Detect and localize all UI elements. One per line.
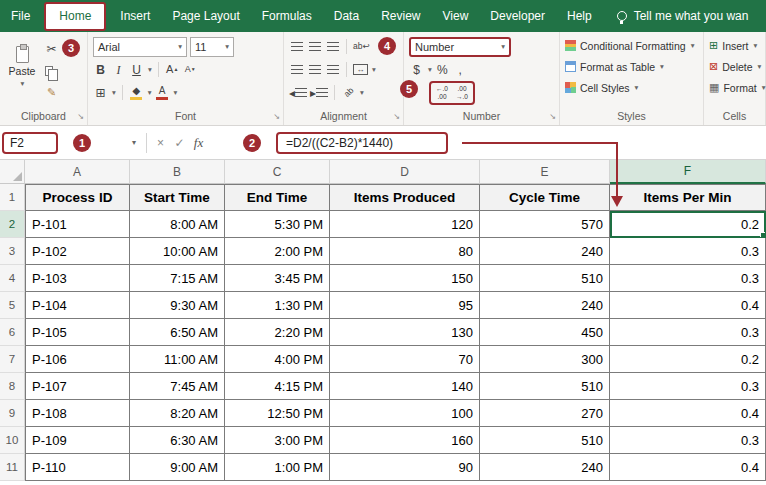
column-header-D[interactable]: D: [330, 160, 480, 184]
name-box-dropdown-icon[interactable]: ▾: [132, 138, 136, 147]
cell-E8[interactable]: 510: [480, 373, 610, 400]
cell-E7[interactable]: 300: [480, 346, 610, 373]
cell-A5[interactable]: P-104: [25, 292, 130, 319]
cell-B10[interactable]: 6:30 AM: [130, 427, 225, 454]
number-format-select[interactable]: Number ▾: [409, 37, 511, 57]
cell-D7[interactable]: 70: [330, 346, 480, 373]
align-right-icon[interactable]: [325, 60, 340, 79]
tab-home[interactable]: Home: [44, 2, 106, 31]
cell-A10[interactable]: P-109: [25, 427, 130, 454]
cell-D6[interactable]: 130: [330, 319, 480, 346]
font-name-select[interactable]: Arial ▾: [93, 37, 187, 57]
wrap-text-icon[interactable]: ab↩: [353, 37, 370, 56]
row-header-5[interactable]: 5: [0, 292, 25, 319]
row-header-7[interactable]: 7: [0, 346, 25, 373]
cell-D2[interactable]: 120: [330, 211, 480, 238]
decrease-indent-icon[interactable]: ◂: [289, 83, 307, 102]
cell-B9[interactable]: 8:20 AM: [130, 400, 225, 427]
cell-F1[interactable]: Items Per Min: [610, 184, 766, 211]
cell-F2[interactable]: 0.2: [610, 211, 766, 238]
insert-function-icon[interactable]: fx: [189, 135, 208, 151]
cell-C11[interactable]: 1:00 PM: [225, 454, 330, 481]
cell-F9[interactable]: 0.4: [610, 400, 766, 427]
dialog-launcher-icon[interactable]: ↘: [273, 113, 280, 121]
font-color-icon[interactable]: A: [155, 83, 170, 102]
fill-color-icon[interactable]: ◆: [129, 83, 144, 102]
column-header-E[interactable]: E: [480, 160, 610, 184]
cell-D9[interactable]: 100: [330, 400, 480, 427]
cell-A8[interactable]: P-107: [25, 373, 130, 400]
column-header-F[interactable]: F: [610, 160, 766, 184]
tab-formulas[interactable]: Formulas: [251, 0, 323, 32]
cell-C9[interactable]: 12:50 PM: [225, 400, 330, 427]
conditional-formatting-button[interactable]: Conditional Formatting ▾: [565, 35, 698, 56]
cell-E9[interactable]: 270: [480, 400, 610, 427]
cell-A6[interactable]: P-105: [25, 319, 130, 346]
borders-icon[interactable]: ⊞: [93, 83, 108, 102]
tab-page-layout[interactable]: Page Layout: [161, 0, 250, 32]
cell-C10[interactable]: 3:00 PM: [225, 427, 330, 454]
cell-F11[interactable]: 0.4: [610, 454, 766, 481]
cell-D5[interactable]: 95: [330, 292, 480, 319]
cell-E10[interactable]: 510: [480, 427, 610, 454]
tab-view[interactable]: View: [432, 0, 480, 32]
cell-C2[interactable]: 5:30 PM: [225, 211, 330, 238]
align-center-icon[interactable]: [307, 60, 322, 79]
cell-D3[interactable]: 80: [330, 238, 480, 265]
font-size-select[interactable]: 11 ▾: [190, 37, 234, 57]
cell-D4[interactable]: 150: [330, 265, 480, 292]
chevron-down-icon[interactable]: ▾: [372, 65, 376, 74]
cell-B6[interactable]: 6:50 AM: [130, 319, 225, 346]
row-header-3[interactable]: 3: [0, 238, 25, 265]
cell-D1[interactable]: Items Produced: [330, 184, 480, 211]
cell-D10[interactable]: 160: [330, 427, 480, 454]
select-all-button[interactable]: [0, 160, 25, 184]
percent-style-button[interactable]: %: [435, 60, 450, 79]
insert-cells-button[interactable]: ⊞ Insert ▾: [709, 35, 760, 56]
cell-F3[interactable]: 0.3: [610, 238, 766, 265]
tab-help[interactable]: Help: [556, 0, 603, 32]
dialog-launcher-icon[interactable]: ↘: [549, 113, 556, 121]
cell-D11[interactable]: 90: [330, 454, 480, 481]
cell-A9[interactable]: P-108: [25, 400, 130, 427]
cell-B11[interactable]: 9:00 AM: [130, 454, 225, 481]
chevron-down-icon[interactable]: ▾: [112, 88, 116, 97]
cell-F6[interactable]: 0.3: [610, 319, 766, 346]
accounting-format-button[interactable]: $: [409, 60, 424, 79]
cell-E2[interactable]: 570: [480, 211, 610, 238]
orientation-icon[interactable]: ab: [341, 83, 356, 102]
cell-B5[interactable]: 9:30 AM: [130, 292, 225, 319]
cell-E1[interactable]: Cycle Time: [480, 184, 610, 211]
column-header-C[interactable]: C: [225, 160, 330, 184]
increase-indent-icon[interactable]: ▸: [310, 83, 328, 102]
decrease-font-size-button[interactable]: A▼: [183, 60, 198, 79]
cell-A2[interactable]: P-101: [25, 211, 130, 238]
cell-F10[interactable]: 0.3: [610, 427, 766, 454]
chevron-down-icon[interactable]: ▾: [148, 65, 152, 74]
cell-styles-button[interactable]: Cell Styles ▾: [565, 77, 698, 98]
cell-E11[interactable]: 240: [480, 454, 610, 481]
cell-A7[interactable]: P-106: [25, 346, 130, 373]
cell-C3[interactable]: 2:00 PM: [225, 238, 330, 265]
tab-data[interactable]: Data: [323, 0, 370, 32]
cell-B2[interactable]: 8:00 AM: [130, 211, 225, 238]
row-header-1[interactable]: 1: [0, 184, 25, 211]
cell-E4[interactable]: 510: [480, 265, 610, 292]
row-header-10[interactable]: 10: [0, 427, 25, 454]
cell-B8[interactable]: 7:45 AM: [130, 373, 225, 400]
row-header-6[interactable]: 6: [0, 319, 25, 346]
cell-C5[interactable]: 1:30 PM: [225, 292, 330, 319]
cell-F7[interactable]: 0.2: [610, 346, 766, 373]
cancel-icon[interactable]: ×: [151, 136, 170, 150]
tab-review[interactable]: Review: [370, 0, 431, 32]
cell-A3[interactable]: P-102: [25, 238, 130, 265]
row-header-9[interactable]: 9: [0, 400, 25, 427]
cell-A11[interactable]: P-110: [25, 454, 130, 481]
cell-C8[interactable]: 4:15 PM: [225, 373, 330, 400]
increase-font-size-button[interactable]: A▲: [165, 60, 180, 79]
row-header-4[interactable]: 4: [0, 265, 25, 292]
cell-E5[interactable]: 240: [480, 292, 610, 319]
dialog-launcher-icon[interactable]: ↘: [77, 113, 84, 121]
cell-F4[interactable]: 0.3: [610, 265, 766, 292]
comma-style-button[interactable]: ,: [453, 60, 468, 79]
